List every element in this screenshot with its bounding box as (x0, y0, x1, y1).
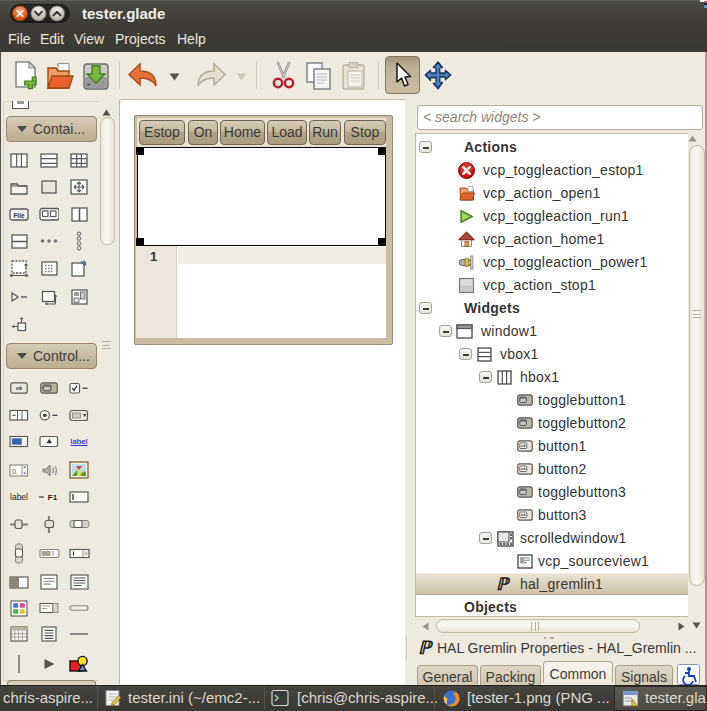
svg-text:on: on (520, 421, 526, 426)
svg-text:0.: 0. (12, 467, 18, 474)
svg-text:ok: ok (521, 466, 527, 471)
svg-text:label: label (71, 437, 88, 446)
svg-text:File: File (13, 211, 25, 218)
svg-text:ok: ok (521, 512, 527, 517)
svg-text:ok: ok (521, 443, 527, 448)
svg-text:F1: F1 (48, 493, 58, 502)
svg-text:on: on (44, 386, 50, 391)
svg-text:on: on (520, 398, 526, 403)
svg-text:ok: ok (16, 385, 22, 391)
svg-text:on: on (520, 490, 526, 495)
svg-text:label: label (10, 492, 28, 502)
